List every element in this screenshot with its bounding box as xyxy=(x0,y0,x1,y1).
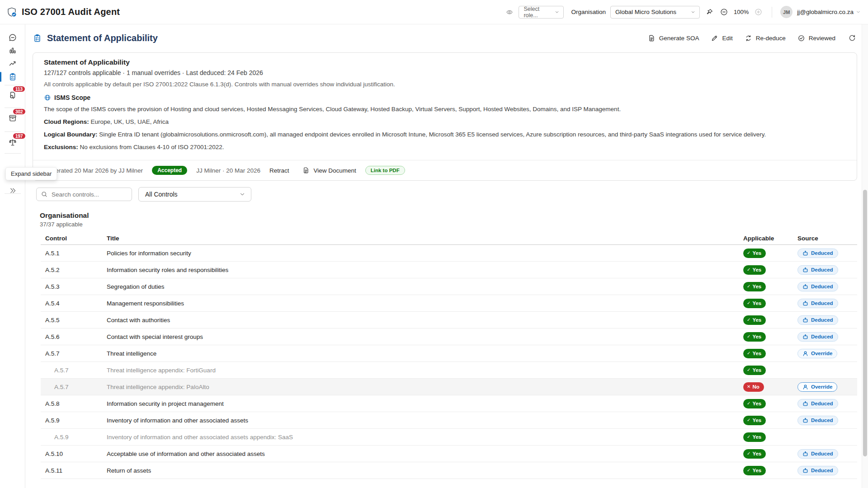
exclusions-label: Exclusions: xyxy=(44,144,78,150)
edit-button[interactable]: Edit xyxy=(711,34,732,42)
source-badge[interactable]: Deduced xyxy=(797,399,838,408)
table-row[interactable]: A.5.1 Policies for information security … xyxy=(41,245,857,262)
scrollbar[interactable] xyxy=(862,24,868,488)
row-applicable-cell: ✓ Yes xyxy=(743,399,797,408)
sidebar-item-evidence[interactable]: 302 xyxy=(0,111,25,125)
source-badge[interactable]: Deduced xyxy=(797,332,838,342)
sidebar-item-legal[interactable]: 197 xyxy=(0,136,25,149)
row-source-cell: Deduced xyxy=(797,299,857,308)
divider xyxy=(772,7,772,18)
header-title: Title xyxy=(107,235,743,242)
active-indicator xyxy=(0,72,1,82)
source-badge[interactable]: Deduced xyxy=(797,315,838,325)
table-row[interactable]: A.5.2 Information security roles and res… xyxy=(41,262,857,278)
source-badge[interactable]: Deduced xyxy=(797,265,838,275)
applicable-badge: ✓ Yes xyxy=(743,399,766,408)
sidebar: 113 302 197 xyxy=(0,24,25,488)
applicable-label: Yes xyxy=(752,250,761,256)
applicable-state-icon: ✓ xyxy=(747,301,750,305)
row-source-cell: Deduced xyxy=(797,265,857,275)
sidebar-item-dashboard[interactable] xyxy=(0,44,25,57)
source-badge[interactable]: Deduced xyxy=(797,416,838,425)
table-row[interactable]: A.5.11 Return of assets ✓ Yes xyxy=(41,462,857,479)
table-row[interactable]: A.5.5 Contact with authorities ✓ Yes xyxy=(41,312,857,328)
sidebar-item-findings[interactable]: 113 xyxy=(0,89,25,102)
exclusions-line: Exclusions: No exclusions from Clauses 4… xyxy=(44,143,846,152)
table-row[interactable]: A.5.10 Acceptable use of information and… xyxy=(41,446,857,462)
account-menu[interactable]: jj@globalmicro.co.za xyxy=(797,9,861,15)
table-row[interactable]: A.5.4 Management responsibilities ✓ Yes xyxy=(41,295,857,312)
table-row[interactable]: A.5.6 Contact with special interest grou… xyxy=(41,328,857,345)
zoom-level: 100% xyxy=(734,9,749,15)
table-row[interactable]: A.5.7 Threat intelligence appendix: Palo… xyxy=(41,379,857,395)
scrollbar-thumb[interactable] xyxy=(863,190,867,456)
table-row[interactable]: A.5.9 Inventory of information and other… xyxy=(41,412,857,429)
exclusions-value: No exclusions from Clauses 4-10 of ISO 2… xyxy=(80,144,224,150)
source-label: Deduced xyxy=(811,451,833,456)
rededuce-button[interactable]: Re-deduce xyxy=(745,34,786,42)
search-input[interactable] xyxy=(36,188,132,201)
view-document-button[interactable]: View Document xyxy=(302,167,356,174)
user-email: jj@globalmicro.co.za xyxy=(797,9,854,15)
controls-table: Control Title Applicable Source A.5.1 Po… xyxy=(41,232,857,479)
controls-filter-select[interactable]: All Controls xyxy=(138,187,251,202)
sidebar-item-chat[interactable] xyxy=(0,31,25,44)
table-row[interactable]: A.5.7 Threat intelligence appendix: Fort… xyxy=(41,362,857,379)
legal-count-badge: 197 xyxy=(12,132,26,140)
source-badge[interactable]: Deduced xyxy=(797,282,838,291)
table-row[interactable]: A.5.9 Inventory of information and other… xyxy=(41,429,857,446)
applicable-badge: ✓ Yes xyxy=(743,315,766,325)
retract-button[interactable]: Retract xyxy=(269,167,289,174)
applicable-badge: ✓ Yes xyxy=(743,349,766,358)
scope-text: The scope of the ISMS covers the provisi… xyxy=(44,105,846,114)
bot-icon xyxy=(802,267,808,273)
source-badge[interactable]: Override xyxy=(797,349,837,358)
applicable-badge: ✓ Yes xyxy=(743,449,766,459)
row-control: A.5.7 xyxy=(41,384,107,390)
applicable-state-icon: ✓ xyxy=(747,468,750,473)
row-applicable-cell: ✓ Yes xyxy=(743,315,797,325)
sidebar-item-soa[interactable] xyxy=(0,70,25,84)
zoom-in-button[interactable] xyxy=(753,7,764,17)
evidence-count-badge: 302 xyxy=(12,108,26,115)
zoom-out-button[interactable] xyxy=(719,7,729,17)
table-row[interactable]: A.5.3 Segregation of duties ✓ Yes xyxy=(41,278,857,295)
divider xyxy=(5,193,21,194)
applicable-state-icon: ✓ xyxy=(747,368,750,372)
main-content: Statement of Applicability Generate SOA xyxy=(25,24,868,488)
role-select[interactable]: Select role... xyxy=(519,6,564,19)
source-badge[interactable]: Deduced xyxy=(797,449,838,459)
generate-soa-button[interactable]: Generate SOA xyxy=(648,34,699,42)
pdf-link[interactable]: Link to PDF xyxy=(365,166,405,175)
page-title: Statement of Applicability xyxy=(47,33,158,43)
applicable-state-icon: ✓ xyxy=(747,284,750,289)
organisation-select[interactable]: Global Micro Solutions xyxy=(610,6,700,19)
person-icon xyxy=(802,384,808,390)
sidebar-item-trends[interactable] xyxy=(0,56,25,70)
table-row[interactable]: A.5.8 Information security in project ma… xyxy=(41,395,857,412)
row-source-cell: Deduced xyxy=(797,282,857,291)
bot-icon xyxy=(802,401,808,407)
document-icon xyxy=(302,167,310,174)
table-row[interactable]: A.5.7 Threat intelligence ✓ Yes xyxy=(41,345,857,362)
applicable-badge: ✓ Yes xyxy=(743,282,766,291)
source-badge[interactable]: Deduced xyxy=(797,299,838,308)
page-actions: Generate SOA Edit xyxy=(648,33,857,43)
reviewed-button[interactable]: Reviewed xyxy=(797,34,835,42)
row-control: A.5.7 xyxy=(41,350,107,357)
reviewed-by-text: JJ Milner · 20 Mar 2026 xyxy=(196,167,260,174)
source-badge[interactable]: Deduced xyxy=(797,466,838,475)
refresh-button[interactable] xyxy=(847,33,857,43)
avatar[interactable]: JM xyxy=(780,6,793,18)
view-document-label: View Document xyxy=(313,167,356,174)
row-title: Policies for information security xyxy=(107,250,743,257)
generate-soa-label: Generate SOA xyxy=(659,35,699,42)
bar-chart-icon xyxy=(8,46,17,55)
pin-button[interactable] xyxy=(704,7,714,17)
cloud-regions-value: Europe, UK, US, UAE, Africa xyxy=(91,118,169,125)
source-badge[interactable]: Override xyxy=(797,382,837,392)
row-title: Contact with special interest groups xyxy=(107,333,743,340)
applicable-label: Yes xyxy=(752,334,761,339)
expand-sidebar-button[interactable] xyxy=(0,183,25,197)
source-badge[interactable]: Deduced xyxy=(797,249,838,258)
